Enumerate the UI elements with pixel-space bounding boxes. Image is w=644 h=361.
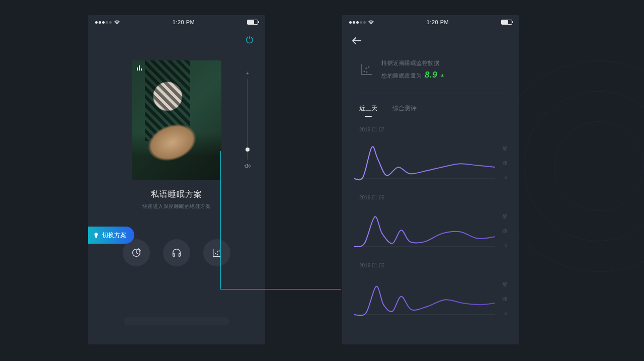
- chart-box: 醒 睡 0: [354, 272, 507, 321]
- chart-y-labels: 醒 睡 0: [497, 272, 507, 321]
- quality-line1: 根据近期睡眠监控数据: [381, 58, 445, 68]
- svg-point-8: [368, 66, 369, 67]
- chart-block: 2019.01.05 醒 睡 0: [354, 263, 507, 321]
- plan-title: 私语睡眠方案: [88, 189, 265, 200]
- chart-date: 2019.01.07: [359, 127, 507, 132]
- power-button[interactable]: [245, 35, 254, 46]
- chart-date: 2019.01.05: [359, 263, 507, 268]
- power-icon: [245, 35, 254, 44]
- battery-icon: [501, 20, 512, 25]
- label-wake: 醒: [497, 213, 507, 220]
- headphones-icon: [171, 247, 182, 258]
- switch-plan-button[interactable]: 切换方案: [88, 227, 134, 244]
- battery-icon: [247, 20, 258, 25]
- bulb-icon: [93, 232, 99, 238]
- label-zero: 0: [497, 311, 507, 316]
- sleep-line-chart: [354, 272, 495, 321]
- svg-point-3: [217, 254, 218, 255]
- chart-block: 2019.01.07 醒 睡 0: [354, 127, 507, 185]
- quality-summary: 根据近期睡眠监控数据 您的睡眠质量为 8.9 ▲: [342, 46, 519, 91]
- phone-stats: 1:20 PM 根据近期睡眠监控数据 您的睡眠质量为 8.9 ▲: [342, 15, 519, 344]
- wifi-icon: [368, 20, 374, 25]
- quality-score: 8.9: [425, 70, 437, 80]
- svg-point-2: [217, 251, 218, 252]
- label-zero: 0: [497, 175, 507, 180]
- wifi-icon: [114, 20, 120, 25]
- chart-y-labels: 醒 睡 0: [497, 136, 507, 185]
- svg-point-5: [364, 70, 365, 72]
- trend-up-icon: ▲: [440, 73, 445, 78]
- svg-point-4: [218, 250, 219, 251]
- svg-point-1: [215, 253, 216, 254]
- volume-knob[interactable]: [246, 148, 250, 152]
- status-time: 1:20 PM: [427, 19, 449, 25]
- volume-slider[interactable]: +: [245, 70, 251, 171]
- phone-player: 1:20 PM + 切换方案 私语睡眠方案 快速进入: [88, 15, 265, 344]
- bottom-deck: [124, 317, 229, 325]
- label-sleep: 睡: [497, 228, 507, 235]
- arrow-left-icon: [352, 37, 361, 44]
- tab-overall[interactable]: 综合测评: [392, 104, 417, 117]
- back-button[interactable]: [352, 37, 361, 46]
- chart-box: 醒 睡 0: [354, 136, 507, 185]
- signal-dots-icon: [349, 21, 366, 24]
- volume-track: [247, 79, 248, 160]
- status-bar: 1:20 PM: [342, 15, 519, 28]
- chart-y-labels: 醒 睡 0: [497, 204, 507, 253]
- volume-plus-icon: +: [246, 70, 249, 76]
- equalizer-icon: [137, 65, 142, 70]
- switch-plan-label: 切换方案: [102, 231, 126, 240]
- chart-date: 2019.01.06: [359, 195, 507, 200]
- quality-line2: 您的睡眠质量为: [381, 73, 422, 79]
- label-sleep: 睡: [497, 160, 507, 167]
- stats-button[interactable]: [203, 239, 230, 266]
- label-zero: 0: [497, 243, 507, 248]
- label-wake: 醒: [497, 281, 507, 288]
- signal-dots-icon: [95, 21, 112, 24]
- label-sleep: 睡: [497, 296, 507, 303]
- album-art: [132, 60, 221, 180]
- chart-block: 2019.01.06 醒 睡 0: [354, 195, 507, 253]
- sleep-line-chart: [354, 204, 495, 253]
- timer-icon: [131, 247, 142, 258]
- headphones-button[interactable]: [163, 239, 190, 266]
- status-time: 1:20 PM: [173, 19, 195, 25]
- chart-icon: [211, 247, 222, 258]
- chart-box: 醒 睡 0: [354, 204, 507, 253]
- plan-subtitle: 快速进入深度睡眠的绝佳方案: [88, 203, 265, 210]
- svg-point-6: [365, 67, 367, 69]
- tab-recent-3-days[interactable]: 近三天: [359, 104, 377, 117]
- speaker-icon: [245, 164, 251, 170]
- chart-list: 2019.01.07 醒 睡 0 2019.01.06 醒 睡: [342, 123, 519, 321]
- status-bar: 1:20 PM: [88, 15, 265, 28]
- label-wake: 醒: [497, 146, 507, 152]
- svg-point-7: [366, 71, 368, 73]
- sleep-line-chart: [354, 136, 495, 185]
- chart-icon: [359, 62, 374, 79]
